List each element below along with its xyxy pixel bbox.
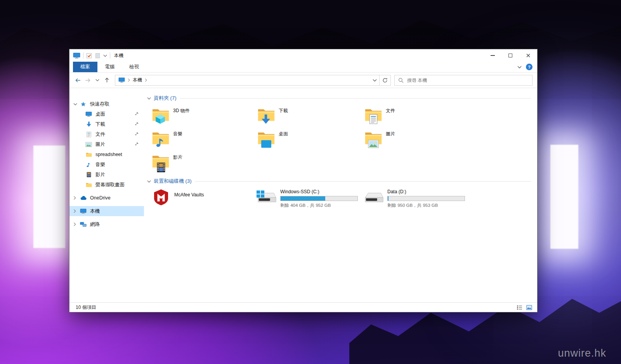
- sidebar-item-desktop[interactable]: 桌面: [69, 109, 144, 119]
- status-bar: 10 個項目: [69, 302, 537, 312]
- address-bar[interactable]: 本機: [115, 75, 380, 86]
- chevron-down-icon[interactable]: [73, 103, 80, 106]
- sidebar-item-label: 桌面: [95, 111, 105, 118]
- tab-file[interactable]: 檔案: [73, 62, 97, 72]
- search-icon: [398, 78, 404, 83]
- capacity-bar-fill: [281, 196, 325, 201]
- expand-ribbon-chevron-icon[interactable]: [517, 66, 522, 69]
- group-header-folders[interactable]: 資料夾 (7): [147, 95, 531, 101]
- drive-tile-mcafee-vaults[interactable]: McAfee Vaults: [152, 188, 257, 211]
- sidebar-item-onedrive[interactable]: OneDrive: [69, 193, 144, 203]
- tab-view[interactable]: 檢視: [122, 62, 146, 72]
- system-menu-icon[interactable]: [73, 52, 80, 59]
- folder-icon: [85, 151, 92, 158]
- navigation-toolbar: 本機: [69, 72, 537, 88]
- breadcrumb-chevron-icon[interactable]: [145, 78, 147, 82]
- group-header-drives[interactable]: 裝置和磁碟機 (3): [147, 178, 531, 184]
- down-arrow-icon: [261, 114, 271, 124]
- minimize-icon: [491, 55, 495, 56]
- up-button[interactable]: [102, 75, 112, 85]
- documents-folder-icon: [364, 107, 382, 125]
- capacity-bar-fill: [388, 196, 389, 201]
- pin-icon: [134, 142, 139, 147]
- folder-tile-downloads[interactable]: 下載: [257, 105, 364, 128]
- titlebar: 本機 ×: [69, 49, 537, 62]
- sidebar-item-music[interactable]: 音樂: [69, 159, 144, 170]
- tab-computer[interactable]: 電腦: [97, 62, 122, 72]
- customize-qat-chevron-icon[interactable]: [103, 54, 107, 57]
- folder-label: 影片: [173, 154, 182, 175]
- onedrive-cloud-icon: [80, 195, 87, 201]
- folder-tile-3d-objects[interactable]: 3D 物件: [152, 105, 257, 128]
- 3d-objects-folder-icon: [152, 107, 170, 125]
- downloads-folder-icon: [257, 107, 275, 125]
- chevron-down-icon[interactable]: [147, 97, 151, 100]
- folder-label: 3D 物件: [173, 107, 190, 128]
- properties-button[interactable]: [86, 53, 92, 59]
- minimize-button[interactable]: [484, 49, 501, 62]
- folder-tile-documents[interactable]: 文件: [364, 105, 473, 128]
- search-input[interactable]: [407, 78, 529, 83]
- sidebar-item-label: 影片: [95, 172, 105, 178]
- folder-tile-videos[interactable]: 影片: [152, 152, 257, 175]
- sidebar-item-label: 快速存取: [90, 101, 109, 107]
- folder-label: 圖片: [386, 131, 395, 152]
- network-icon: [80, 221, 87, 228]
- sidebar-item-quick-access[interactable]: 快速存取: [69, 99, 144, 109]
- folder-tile-desktop[interactable]: 桌面: [257, 128, 364, 152]
- new-folder-button[interactable]: [95, 53, 101, 59]
- breadcrumb-this-pc[interactable]: 本機: [133, 77, 142, 83]
- close-button[interactable]: ×: [519, 49, 537, 62]
- downloads-icon: [85, 121, 92, 128]
- sidebar-item-label: 本機: [90, 208, 100, 215]
- chevron-down-icon[interactable]: [147, 180, 151, 183]
- data-drive-icon: [364, 190, 384, 205]
- sidebar-item-screenshots[interactable]: 螢幕擷取畫面: [69, 180, 144, 190]
- maximize-button[interactable]: [501, 49, 519, 62]
- chevron-right-icon[interactable]: [73, 222, 80, 226]
- drive-tile-data-d[interactable]: Data (D:) 剩餘 950 GB，共 953 GB: [364, 188, 473, 211]
- sidebar-item-documents[interactable]: 文件: [69, 129, 144, 139]
- thumbnails-view-button[interactable]: [526, 304, 533, 310]
- forward-button[interactable]: [83, 75, 92, 85]
- address-dropdown-chevron-icon[interactable]: [373, 79, 377, 82]
- window-controls: ×: [484, 49, 537, 62]
- back-button[interactable]: [73, 75, 83, 85]
- chevron-right-icon[interactable]: [73, 196, 80, 200]
- film-strip-icon: [156, 162, 166, 173]
- recent-locations-chevron-icon[interactable]: [92, 75, 102, 85]
- cube-icon: [155, 114, 165, 124]
- details-view-button[interactable]: [516, 304, 523, 310]
- sidebar-item-downloads[interactable]: 下載: [69, 119, 144, 129]
- chevron-right-icon[interactable]: [73, 209, 80, 213]
- drive-info: Windows-SSD (C:) 剩餘 404 GB，共 952 GB: [280, 188, 358, 211]
- window-title: 本機: [114, 52, 123, 59]
- folder-tile-music[interactable]: 音樂: [152, 128, 257, 152]
- folder-tile-pictures[interactable]: 圖片: [364, 128, 473, 152]
- sidebar-item-this-pc[interactable]: 本機: [69, 206, 144, 216]
- breadcrumb-chevron-icon[interactable]: [128, 78, 130, 82]
- navigation-pane: 快速存取 桌面 下載 文件 圖片: [69, 88, 144, 302]
- sidebar-item-label: spreadsheet: [95, 152, 122, 157]
- ribbon-tabs: 檔案 電腦 檢視 ?: [69, 62, 537, 72]
- refresh-button[interactable]: [380, 75, 391, 86]
- sidebar-item-network[interactable]: 網路: [69, 219, 144, 229]
- folder-label: 文件: [386, 107, 395, 128]
- pictures-icon: [85, 141, 92, 148]
- windows-logo-icon: [256, 190, 265, 198]
- view-switcher: [516, 304, 533, 310]
- sidebar-item-pictures[interactable]: 圖片: [69, 139, 144, 149]
- sidebar-item-label: 下載: [95, 121, 105, 128]
- folder-icon: [85, 182, 92, 188]
- videos-icon: [85, 172, 92, 178]
- sidebar-item-spreadsheet[interactable]: spreadsheet: [69, 149, 144, 159]
- capacity-text: 剩餘 950 GB，共 953 GB: [387, 203, 465, 208]
- quick-access-toolbar: 本機: [69, 49, 123, 62]
- pin-icon: [134, 121, 139, 127]
- sidebar-item-label: 音樂: [95, 161, 105, 168]
- drive-tile-windows-ssd-c[interactable]: Windows-SSD (C:) 剩餘 404 GB，共 952 GB: [257, 188, 364, 211]
- help-button[interactable]: ?: [526, 64, 533, 70]
- sidebar-item-videos[interactable]: 影片: [69, 170, 144, 180]
- desktop-folder-icon: [257, 130, 275, 149]
- folders-grid: 3D 物件 下載 文件: [152, 105, 531, 175]
